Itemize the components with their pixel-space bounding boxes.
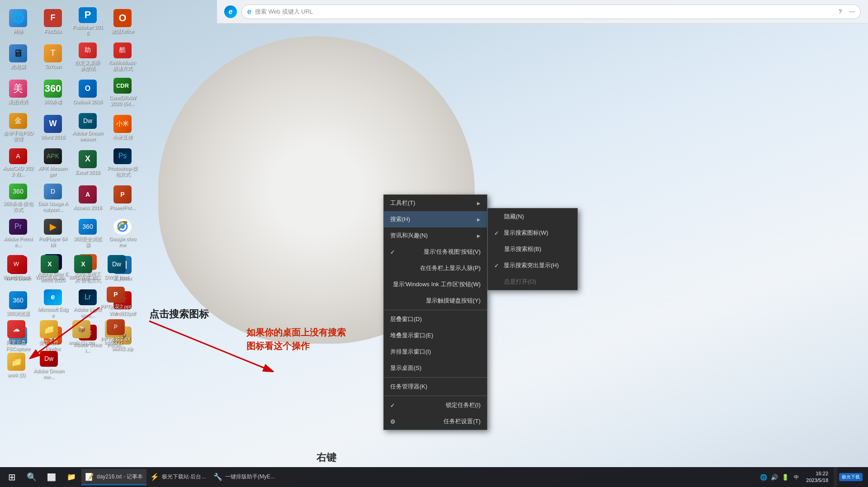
desktop-icon-dw[interactable]: Dw Adobe Dreamweaver: [71, 111, 104, 144]
menu-toolbar[interactable]: 工具栏(T) ▶: [384, 195, 487, 211]
start-button[interactable]: ⊞: [2, 467, 22, 487]
menu-showkbd[interactable]: 显示触摸键盘按钮(Y): [384, 293, 487, 309]
task-view-button[interactable]: ⬜: [42, 467, 61, 487]
desktop-icon-toycon[interactable]: T ToYcon: [37, 41, 69, 73]
desktop-icon-adobedream2[interactable]: Dw Adobe Dreamme...: [33, 349, 65, 382]
menu-news[interactable]: 资讯和兴趣(N) ▶: [384, 227, 487, 244]
desktop-icon-work3[interactable]: 📁 work (2): [0, 349, 33, 382]
ps-icon: Ps: [113, 148, 132, 164]
taskbar-item-helper[interactable]: 🔧 一键排版助手(MyE...: [210, 469, 278, 485]
desktop-icon-pptfx2[interactable]: P PPT效花2·6XP6Ga...: [99, 317, 132, 350]
desktop-icon-kuwo[interactable]: 酷 KuWoMusic·极速方式: [106, 41, 139, 73]
desktop-icon-ps[interactable]: Ps Photoshop·按包方式: [106, 147, 139, 179]
desktop-icon-outlook[interactable]: O Outlook 2016: [71, 76, 104, 109]
desktop-icon-designpsd[interactable]: 金 金华手绘PSD管理: [2, 111, 34, 144]
desktop-icon-network[interactable]: 🌐 网络: [2, 5, 34, 38]
desktop-icon-folder1[interactable]: 📁 金华文件: [33, 317, 65, 349]
kuwo-label: KuWoMusic·极速方式: [107, 60, 138, 71]
taskbar: ⊞ 🔍 ⬜ 📁 📝 day216.txt - 记事本 ⚡ 极光下载站·后台...…: [0, 467, 868, 487]
menu-locktaskbar[interactable]: 锁定任务栏(I): [384, 397, 487, 413]
tray-battery-icon[interactable]: 🔋: [781, 473, 790, 482]
desktop-icon-publisher[interactable]: P Publisher 2016: [71, 5, 104, 38]
msedge-icon: e: [44, 289, 62, 305]
desktop-icon-meiritu[interactable]: 美 美图秀秀: [2, 76, 34, 109]
sub-showbar[interactable]: 显示搜索框(B): [488, 241, 577, 257]
360safe-label: 360杀毒: [44, 99, 62, 105]
menu-cascade[interactable]: 层叠窗口(D): [384, 311, 487, 327]
tray-volume-icon[interactable]: 🔊: [770, 473, 779, 482]
sub-showexpand[interactable]: 显示搜索突出显示(H): [488, 257, 577, 274]
taskbar-search-button[interactable]: 🔍: [22, 467, 42, 487]
desktop-icon-thispc[interactable]: 🖥 此电脑: [2, 41, 34, 73]
desktop-icon-wangpan[interactable]: ☁ 阿里云盘: [0, 317, 33, 349]
desktop-icon-xiaomi[interactable]: 小米 小米互传: [106, 111, 139, 144]
taskbar-clock[interactable]: 16:22 2023/5/18: [802, 470, 832, 484]
office-label: 激活Office: [111, 28, 134, 34]
designpsd-label: 金华手绘PSD管理: [3, 130, 33, 142]
desktop-icon-word[interactable]: W Word 2016: [37, 111, 69, 144]
explorer-icon: 📁: [67, 473, 76, 481]
menu-taskbarsettings[interactable]: ⚙ 任务栏设置(T): [384, 413, 487, 430]
desktop-icon-premiere[interactable]: Pr Adobe Premie...: [2, 217, 34, 250]
desktop-icon-zhushou[interactable]: 助 自定义桌面·换壁纸: [71, 41, 104, 73]
tray-lang-icon[interactable]: 中: [792, 473, 801, 482]
desktop-icon-360sec[interactable]: 360 360安全浏览器: [71, 217, 104, 250]
menu-showdesktop[interactable]: 显示桌面(S): [384, 360, 487, 376]
desktop-icon-msedge[interactable]: e Microsoft Edge: [37, 288, 69, 320]
help-icon[interactable]: ?: [839, 8, 842, 15]
publisher-label: Publisher 2016: [72, 24, 103, 36]
meiritu-icon: 美: [9, 80, 27, 98]
menu-showtaskview[interactable]: 显示'任务视图'按钮(V): [384, 244, 487, 260]
potplayer-label: PotPlayer 64 bit: [38, 236, 68, 248]
desktop-icon-360safe[interactable]: 360 360杀毒: [37, 76, 69, 109]
folder1-icon: 📁: [40, 320, 58, 338]
edge-logo-small: e: [247, 8, 251, 16]
desktop-icon-wpsbiao[interactable]: X WPS表格.xls: [67, 251, 99, 284]
menu-showpeople[interactable]: 在任务栏上显示人脉(P): [384, 260, 487, 276]
desktop-icon-wpsbiao2[interactable]: X WPS表格.xls: [33, 251, 66, 284]
brand-corner[interactable]: 极光下载: [839, 473, 863, 481]
desktop-icon-360cf2[interactable]: 360 360杀毒·按包方式: [2, 182, 34, 214]
desktop-icon-access[interactable]: A Access 2016: [71, 182, 104, 214]
sub-hide[interactable]: 隐藏(N): [488, 208, 577, 225]
sub-showicon[interactable]: 显示搜索图标(W): [488, 225, 577, 241]
dw-icon: Dw: [79, 113, 97, 129]
desktop-icon-word2pdf2[interactable]: W Word转2pdf: [0, 251, 33, 284]
taskbar-item-notepad[interactable]: 📝 day216.txt - 记事本: [81, 469, 146, 485]
desktop-icon-dwhtml[interactable]: Dw DW新 html: [100, 251, 133, 284]
menu-sidebyside[interactable]: 并排显示窗口(I): [384, 344, 487, 360]
desktop-icon-360browser[interactable]: 360 360浏览器: [2, 288, 34, 320]
menu-showkbd-label: 显示触摸键盘按钮(Y): [426, 297, 481, 305]
annotation-rightclick-label: 右键: [316, 451, 336, 464]
apk-label: APK Messenger: [38, 165, 68, 177]
desktop-icon-ppt[interactable]: P PowerPnt...: [106, 182, 139, 214]
tray-network-icon[interactable]: 🌐: [759, 473, 768, 482]
desktop-icon-apk[interactable]: APK APK Messenger: [37, 147, 69, 179]
desktop-icon-diskusage[interactable]: D Disk Usage Analyzer...: [37, 182, 69, 214]
taskbar-item-aurora[interactable]: ⚡ 极光下载站·后台...: [146, 469, 210, 485]
more-icon[interactable]: ⋯: [849, 8, 855, 15]
desktop-icon-chrome[interactable]: Google chrome: [106, 217, 139, 250]
menu-search[interactable]: 搜索(H) ▶: [384, 211, 487, 227]
menu-taskmgr[interactable]: 任务管理器(K): [384, 378, 487, 395]
menu-showink[interactable]: 显示'Windows Ink 工作区'按钮(W): [384, 276, 487, 293]
ifno-line2: 图标看这个操作: [246, 341, 310, 351]
address-bar[interactable]: e 搜索 Web 或键入 URL ? ⋯: [241, 5, 861, 19]
pptfx2-icon: P: [107, 319, 125, 335]
taskbar-item-explorer[interactable]: 📁: [61, 469, 81, 485]
pptfx2-label: PPT效花2·6XP6Ga...: [100, 336, 131, 348]
desktop-icon-filezilla[interactable]: F FileZilla: [37, 5, 69, 38]
desktop-icon-potplayer[interactable]: ▶ PotPlayer 64 bit: [37, 217, 69, 250]
desktop-icon-pptfx[interactable]: P PPT效花2.pptx: [99, 285, 132, 317]
pptfx-icon: P: [107, 287, 125, 303]
desktop-icon-autocad[interactable]: A AutoCAD 2022·自...: [2, 147, 34, 179]
desktop-icon-coreldraw[interactable]: CDR CorelDRAW 2020 (64...: [106, 76, 139, 109]
menu-stack[interactable]: 堆叠显示窗口(E): [384, 327, 487, 344]
desktop-icon-workzip2[interactable]: 📦 work (1).zip: [65, 317, 98, 349]
thispc-icon: 🖥: [9, 44, 27, 62]
desktop-icon-excel[interactable]: X Excel 2016: [71, 147, 104, 179]
360browser-icon: 360: [9, 291, 27, 309]
desktop-icon-office[interactable]: O 激活Office: [106, 5, 139, 38]
annotation-click-label: 点击搜索图标: [149, 307, 209, 321]
chrome-label: Google chrome: [107, 236, 138, 248]
